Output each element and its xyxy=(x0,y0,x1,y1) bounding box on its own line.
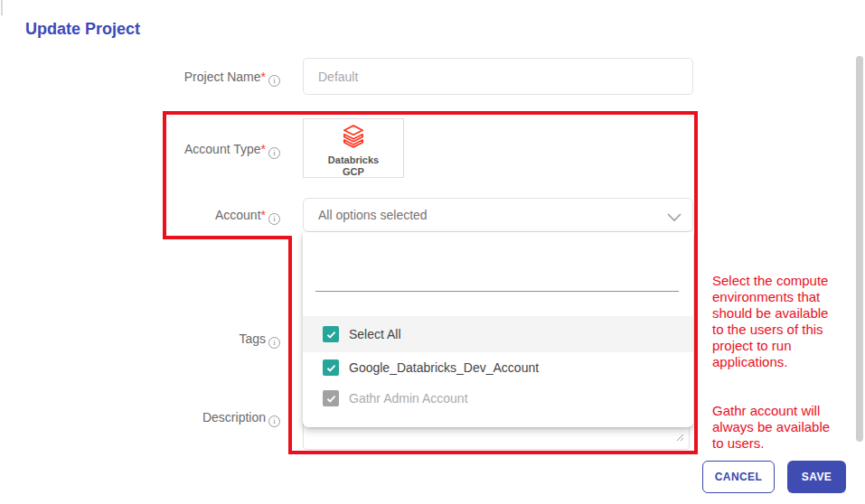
account-select[interactable]: All options selected xyxy=(303,198,693,232)
required-asterisk: * xyxy=(261,142,266,156)
account-label: Account*i xyxy=(54,208,280,225)
account-type-label: Account Type*i xyxy=(54,142,280,159)
page-title: Update Project xyxy=(25,20,140,39)
checkbox-checked-icon[interactable] xyxy=(323,359,339,376)
annotation-note-paragraph-2: Gathr account will always be available t… xyxy=(712,403,855,452)
databricks-logo-icon xyxy=(341,125,366,152)
cancel-button[interactable]: CANCEL xyxy=(702,461,775,493)
dropdown-option-select-all[interactable]: Select All xyxy=(303,316,693,352)
info-icon[interactable]: i xyxy=(268,147,280,159)
tags-label: Tagsi xyxy=(54,331,280,349)
account-select-value: All options selected xyxy=(318,208,428,222)
save-button[interactable]: SAVE xyxy=(787,461,846,493)
dropdown-option-label: Gathr Admin Account xyxy=(349,391,468,406)
resize-handle-icon[interactable] xyxy=(676,429,684,445)
annotation-note: Select the compute environments that sho… xyxy=(712,257,855,468)
chevron-down-icon xyxy=(667,210,682,225)
info-icon[interactable]: i xyxy=(268,337,280,349)
window-edge-artifact xyxy=(1,0,3,15)
dropdown-option-label: Google_Databricks_Dev_Account xyxy=(349,360,539,375)
account-dropdown-panel: Select All Google_Databricks_Dev_Account… xyxy=(303,232,693,427)
dropdown-option-label: Select All xyxy=(349,327,401,341)
dropdown-option-google-databricks-dev-account[interactable]: Google_Databricks_Dev_Account xyxy=(303,352,693,383)
dropdown-option-gathr-admin-account: Gathr Admin Account xyxy=(303,383,693,414)
account-type-card-line2: GCP xyxy=(328,166,379,178)
required-asterisk: * xyxy=(261,208,266,222)
required-asterisk: * xyxy=(261,70,266,84)
description-label: Descriptioni xyxy=(54,410,280,427)
checkbox-checked-icon[interactable] xyxy=(323,326,339,342)
info-icon[interactable]: i xyxy=(268,415,280,427)
account-type-card-databricks-gcp[interactable]: Databricks GCP xyxy=(303,118,404,178)
project-name-label: Project Name*i xyxy=(54,70,280,87)
project-name-input[interactable] xyxy=(303,58,693,95)
info-icon[interactable]: i xyxy=(268,213,280,225)
dropdown-search-input[interactable] xyxy=(315,259,679,292)
vertical-scrollbar-thumb[interactable] xyxy=(856,56,863,442)
account-type-card-line1: Databricks xyxy=(328,154,379,166)
info-icon[interactable]: i xyxy=(268,75,280,87)
checkbox-checked-disabled-icon xyxy=(323,390,339,406)
annotation-note-paragraph-1: Select the compute environments that sho… xyxy=(712,273,855,370)
